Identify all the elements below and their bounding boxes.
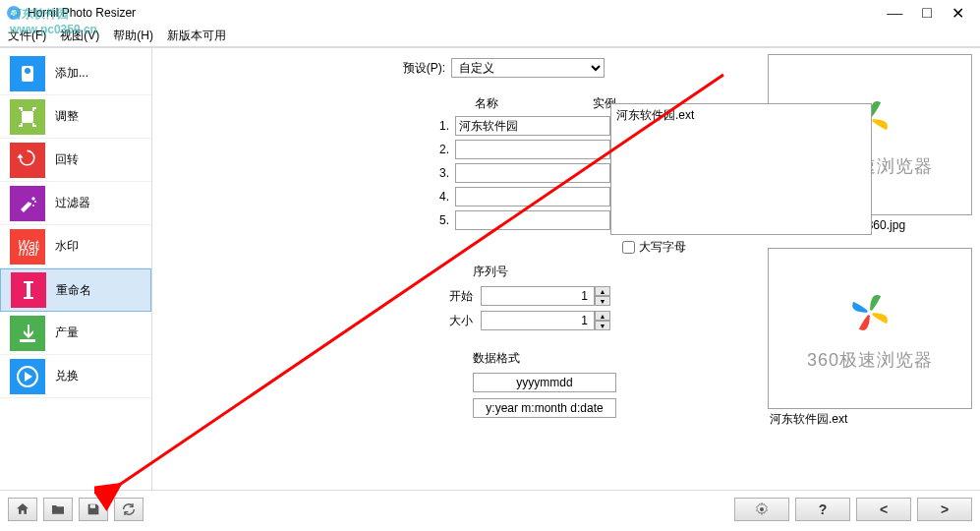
spin-down-icon[interactable]: ▼ <box>595 296 610 306</box>
row-num: 3. <box>428 166 455 180</box>
sidebar-item-output[interactable]: 产量 <box>0 312 151 355</box>
sidebar-label: 重命名 <box>56 282 91 299</box>
pinwheel-icon <box>842 285 897 340</box>
minimize-button[interactable]: — <box>887 4 902 23</box>
sidebar-item-convert[interactable]: 兑换 <box>0 355 151 398</box>
sidebar-item-resize[interactable]: 调整 <box>0 95 151 139</box>
svg-point-1 <box>11 10 17 16</box>
name-header: 名称 <box>428 95 593 112</box>
maximize-button[interactable]: □ <box>922 4 932 23</box>
content-panel: 预设(P): 自定义 名称 实例 1.▼ 2.▼ 3.▼ 4.▼ 5.▼ 河东软… <box>152 48 764 490</box>
convert-icon <box>10 359 45 394</box>
bottombar: ? < > <box>0 490 980 527</box>
resize-icon <box>10 99 45 135</box>
svg-rect-10 <box>27 282 30 298</box>
sidebar-item-add[interactable]: 添加... <box>0 52 151 95</box>
name-input-3[interactable] <box>455 163 609 183</box>
svg-point-16 <box>760 507 764 511</box>
app-icon <box>6 5 22 21</box>
menubar: 文件(F) 视图(V) 帮助(H) 新版本可用 <box>0 26 980 47</box>
example-text: 河东软件园.ext <box>616 108 694 122</box>
titlebar: Hornil Photo Resizer — □ ✕ <box>0 0 980 26</box>
sidebar-label: 兑换 <box>55 368 79 384</box>
name-input-2[interactable] <box>455 140 609 159</box>
sidebar-item-filter[interactable]: 过滤器 <box>0 182 151 225</box>
svg-point-3 <box>25 68 30 74</box>
sidebar-label: 过滤器 <box>55 195 90 211</box>
row-num: 2. <box>428 143 455 156</box>
svg-point-7 <box>29 203 31 205</box>
caps-label: 大写字母 <box>639 239 686 256</box>
menu-view[interactable]: 视图(V) <box>60 28 99 44</box>
preview-box-2: 360极速浏览器 <box>768 248 972 409</box>
svg-point-6 <box>34 201 36 203</box>
home-button[interactable] <box>8 498 37 521</box>
seq-size-label: 大小 <box>433 313 473 329</box>
row-num: 1. <box>428 119 455 133</box>
row-num: 4. <box>428 190 455 204</box>
svg-point-5 <box>32 205 34 206</box>
svg-point-15 <box>867 310 873 316</box>
spin-up-icon[interactable]: ▲ <box>595 286 610 296</box>
sidebar-item-rename[interactable]: 重命名 <box>0 268 151 312</box>
output-icon <box>10 316 45 351</box>
sidebar: 添加... 调整 回转 过滤器 Watermark 水印 重命名 产量 兑换 <box>0 48 152 490</box>
menu-help[interactable]: 帮助(H) <box>113 28 153 44</box>
add-icon <box>10 56 45 91</box>
preview-path-2: 河东软件园.ext <box>768 411 968 428</box>
datefmt-hint: y:year m:month d:date <box>473 398 616 418</box>
help-button[interactable]: ? <box>795 498 850 521</box>
preview-brand: 360极速浏览器 <box>807 348 933 372</box>
sidebar-label: 调整 <box>55 108 79 125</box>
settings-button[interactable] <box>734 498 789 521</box>
open-button[interactable] <box>43 498 73 521</box>
refresh-button[interactable] <box>114 498 144 521</box>
name-input-5[interactable] <box>455 210 609 230</box>
sidebar-item-rotate[interactable]: 回转 <box>0 139 151 182</box>
rename-icon <box>11 272 46 308</box>
menu-file[interactable]: 文件(F) <box>8 28 46 44</box>
window-title: Hornil Photo Resizer <box>28 6 136 20</box>
name-input-4[interactable] <box>455 187 609 206</box>
sidebar-label: 添加... <box>55 65 88 82</box>
datefmt-input[interactable] <box>473 373 616 392</box>
rotate-icon <box>10 143 45 178</box>
preset-select[interactable]: 自定义 <box>451 58 605 78</box>
name-input-1[interactable] <box>455 116 609 136</box>
close-button[interactable]: ✕ <box>951 4 964 23</box>
spin-up-icon[interactable]: ▲ <box>595 311 610 321</box>
caps-checkbox[interactable] <box>622 241 635 254</box>
sidebar-label: 水印 <box>55 238 79 255</box>
seq-start-label: 开始 <box>433 288 473 305</box>
row-num: 5. <box>428 213 455 227</box>
example-box: 河东软件园.ext <box>610 103 872 235</box>
seq-size-input[interactable] <box>481 311 595 330</box>
sidebar-item-watermark[interactable]: Watermark 水印 <box>0 225 151 268</box>
next-button[interactable]: > <box>917 498 972 521</box>
svg-text:mark: mark <box>19 245 39 259</box>
watermark-icon: Watermark <box>10 229 45 265</box>
sidebar-label: 产量 <box>55 324 79 341</box>
svg-rect-11 <box>24 281 33 283</box>
svg-rect-12 <box>24 297 33 299</box>
seq-start-input[interactable] <box>481 286 595 306</box>
filter-icon <box>10 186 45 221</box>
svg-rect-4 <box>22 111 33 123</box>
datefmt-title: 数据格式 <box>473 350 744 367</box>
preset-label: 预设(P): <box>398 60 445 77</box>
seq-title: 序列号 <box>473 264 744 280</box>
prev-button[interactable]: < <box>856 498 911 521</box>
sidebar-label: 回转 <box>55 151 79 168</box>
save-button[interactable] <box>79 498 108 521</box>
menu-update[interactable]: 新版本可用 <box>167 28 226 44</box>
spin-down-icon[interactable]: ▼ <box>595 321 610 330</box>
